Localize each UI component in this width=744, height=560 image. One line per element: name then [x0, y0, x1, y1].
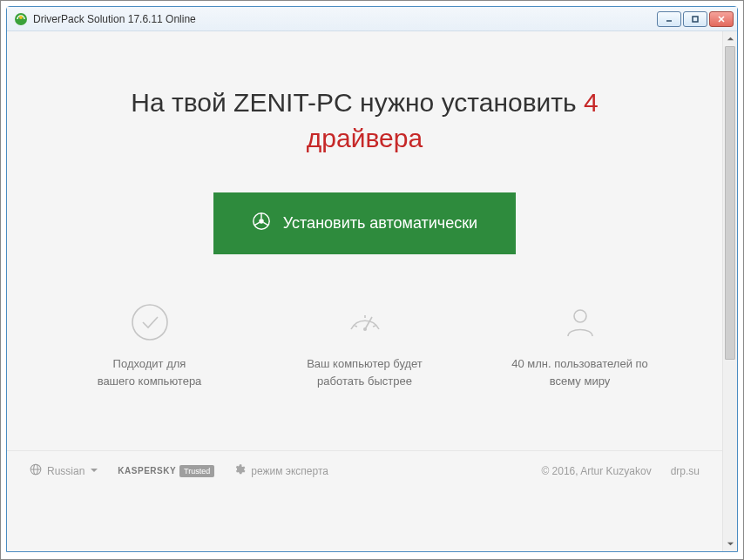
feature-suitable: Подходит для вашего компьютера [42, 303, 257, 389]
install-auto-label: Установить автоматически [283, 214, 477, 233]
minimize-button[interactable] [657, 11, 681, 27]
scroll-up-arrow[interactable] [723, 31, 737, 46]
feature-line: вашего компьютера [98, 373, 202, 390]
svg-point-1 [19, 16, 23, 19]
feature-line: 40 млн. пользователей по [511, 355, 648, 373]
svg-point-13 [363, 327, 367, 331]
features-row: Подходит для вашего компьютера [7, 303, 722, 450]
headline: На твой ZENIT-PC нужно установить 4 драй… [33, 85, 696, 156]
feature-users: 40 млн. пользователей по всему миру [472, 303, 687, 389]
gear-icon [233, 463, 246, 478]
close-button[interactable] [709, 11, 734, 27]
svg-point-11 [132, 305, 167, 340]
window-controls [657, 11, 734, 27]
headline-count: 4 [584, 88, 599, 117]
steering-wheel-icon [252, 212, 271, 235]
chevron-down-icon [90, 465, 98, 477]
language-selector[interactable]: Russian [30, 463, 98, 478]
svg-point-17 [574, 310, 586, 322]
client-area: На твой ZENIT-PC нужно установить 4 драй… [7, 31, 737, 551]
feature-faster: Ваш компьютер будет работать быстрее [257, 303, 472, 389]
svg-line-9 [254, 222, 260, 225]
gauge-icon [346, 303, 384, 341]
install-auto-button[interactable]: Установить автоматически [213, 192, 516, 254]
window-chrome: DriverPack Solution 17.6.11 Online На тв… [6, 6, 738, 552]
expert-mode-label: режим эксперта [251, 465, 328, 477]
kaspersky-trusted: KASPERSKY Trusted [118, 465, 214, 477]
svg-line-15 [373, 326, 375, 327]
check-circle-icon [131, 303, 169, 341]
svg-line-14 [355, 326, 357, 327]
svg-point-7 [259, 219, 264, 224]
titlebar: DriverPack Solution 17.6.11 Online [7, 7, 737, 31]
outer-frame: DriverPack Solution 17.6.11 Online На тв… [0, 0, 744, 560]
window-title: DriverPack Solution 17.6.11 Online [33, 13, 657, 25]
kaspersky-brand: KASPERSKY [118, 466, 176, 476]
feature-line: всему миру [550, 373, 610, 390]
feature-line: Подходит для [113, 355, 186, 373]
user-icon [561, 303, 599, 341]
headline-pcname: ZENIT-PC [233, 88, 353, 117]
app-icon [14, 12, 28, 26]
expert-mode-link[interactable]: режим эксперта [233, 463, 328, 478]
globe-icon [30, 463, 42, 478]
feature-line: Ваш компьютер будет [307, 355, 423, 373]
language-label: Russian [47, 465, 85, 477]
trusted-badge: Trusted [179, 465, 214, 477]
bottom-gap [1, 552, 743, 559]
vertical-scrollbar[interactable] [722, 31, 737, 551]
headline-middle: нужно установить [353, 88, 584, 117]
feature-line: работать быстрее [317, 373, 412, 390]
scroll-down-arrow[interactable] [723, 536, 737, 551]
cta-wrap: Установить автоматически [7, 182, 722, 303]
footer: Russian KASPERSKY Trusted [7, 450, 722, 490]
hero: На твой ZENIT-PC нужно установить 4 драй… [7, 31, 722, 182]
maximize-button[interactable] [683, 11, 707, 27]
svg-line-12 [365, 317, 372, 329]
headline-prefix: На твой [131, 88, 233, 117]
content: На твой ZENIT-PC нужно установить 4 драй… [7, 31, 722, 551]
site-link[interactable]: drp.su [671, 465, 700, 477]
scrollbar-thumb[interactable] [725, 46, 735, 360]
svg-rect-3 [693, 17, 698, 22]
headline-word: драйвера [307, 124, 423, 152]
svg-line-10 [263, 222, 268, 225]
copyright: © 2016, Artur Kuzyakov [541, 465, 651, 477]
